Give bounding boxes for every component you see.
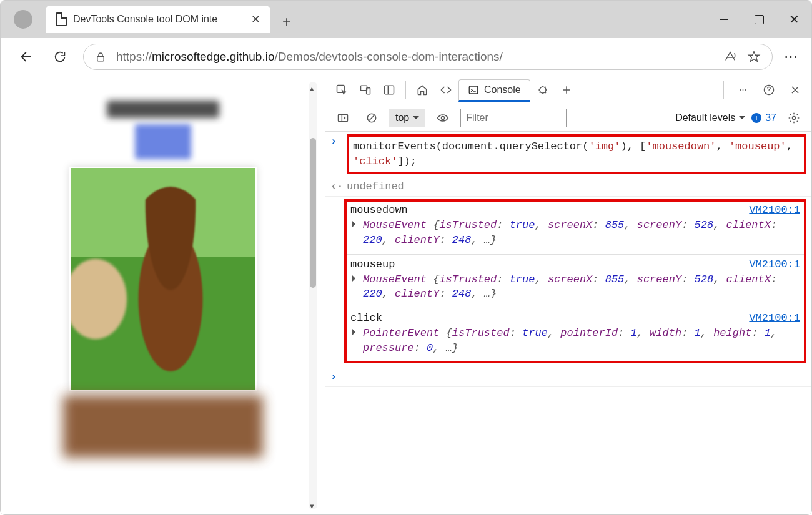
clear-console-icon[interactable] — [360, 107, 383, 129]
console-command-row: › monitorEvents(document.querySelector('… — [325, 132, 811, 177]
console-prompt-input[interactable] — [347, 370, 806, 385]
page-image-below-blurred — [63, 395, 263, 458]
event-object[interactable]: MouseEvent {isTrusted: true, screenX: 85… — [350, 272, 800, 302]
rendered-page[interactable]: ▴ ▾ — [1, 76, 325, 515]
console-command: monitorEvents(document.querySelector('im… — [347, 134, 806, 174]
welcome-tab-icon[interactable] — [411, 79, 433, 101]
return-chevron-icon: ‹· — [330, 179, 342, 194]
event-name: mousedown — [350, 204, 408, 216]
issues-count[interactable]: i37 — [751, 112, 776, 124]
live-expression-icon[interactable] — [432, 107, 454, 129]
new-tab-button[interactable]: + — [270, 6, 303, 38]
svg-rect-8 — [339, 114, 348, 122]
event-source-link[interactable]: VM2100:1 — [749, 203, 800, 218]
url-text: https://microsoftedge.github.io/Demos/de… — [116, 50, 713, 64]
titlebar: DevTools Console tool DOM inte ✕ + ✕ — [1, 1, 811, 38]
devtools-panel: Console ⋯ top Default levels i37 — [325, 76, 811, 515]
event-name: click — [350, 312, 382, 324]
console-event-entry: mouseupVM2100:1MouseEvent {isTrusted: tr… — [347, 256, 804, 307]
dock-side-icon[interactable] — [378, 79, 400, 101]
issues-tab-icon[interactable] — [532, 79, 554, 101]
expand-triangle-icon[interactable] — [352, 328, 359, 336]
avatar-icon — [14, 10, 32, 29]
console-toolbar: top Default levels i37 — [325, 104, 811, 132]
console-output[interactable]: › monitorEvents(document.querySelector('… — [325, 132, 811, 515]
window-controls: ✕ — [706, 1, 811, 38]
svg-rect-1 — [337, 85, 345, 92]
console-sidebar-toggle-icon[interactable] — [332, 107, 354, 129]
content-split: ▴ ▾ Console ⋯ — [1, 76, 811, 515]
console-event-entry: clickVM2100:1PointerEvent {isTrusted: tr… — [347, 310, 804, 360]
page-icon — [56, 12, 67, 26]
event-name: mouseup — [350, 258, 395, 270]
devtools-close-icon[interactable] — [784, 79, 806, 101]
svg-point-11 — [793, 116, 796, 119]
svg-point-6 — [540, 87, 546, 93]
prompt-chevron-icon: › — [330, 370, 342, 385]
log-levels-selector[interactable]: Default levels — [675, 112, 745, 124]
svg-rect-5 — [469, 86, 478, 94]
svg-rect-4 — [385, 86, 394, 94]
inspect-element-icon[interactable] — [330, 79, 353, 101]
devtools-tabstrip: Console ⋯ — [325, 76, 811, 104]
console-return-value: undefined — [347, 179, 806, 194]
close-window-button[interactable]: ✕ — [776, 1, 811, 38]
console-events-group: mousedownVM2100:1MouseEvent {isTrusted: … — [344, 199, 806, 363]
console-event-entry: mousedownVM2100:1MouseEvent {isTrusted: … — [347, 202, 804, 252]
elements-tab-icon[interactable] — [435, 79, 457, 101]
scrollbar-thumb[interactable] — [310, 138, 316, 288]
page-links-blurred — [135, 124, 191, 159]
back-button[interactable] — [13, 45, 37, 69]
console-filter-input[interactable] — [460, 109, 567, 127]
expand-triangle-icon[interactable] — [352, 275, 359, 282]
devtools-more-icon[interactable]: ⋯ — [731, 79, 754, 101]
svg-rect-0 — [97, 56, 104, 61]
favorite-icon[interactable] — [747, 50, 761, 64]
page-image[interactable] — [69, 167, 257, 391]
refresh-button[interactable] — [48, 45, 72, 69]
toolbar: https://microsoftedge.github.io/Demos/de… — [1, 38, 811, 76]
maximize-button[interactable] — [741, 1, 776, 38]
device-emulation-icon[interactable] — [354, 79, 377, 101]
event-object[interactable]: MouseEvent {isTrusted: true, screenX: 85… — [350, 218, 800, 248]
console-return-row: ‹· undefined — [325, 177, 811, 197]
read-aloud-icon[interactable] — [723, 50, 737, 64]
console-tab-label: Console — [484, 84, 521, 96]
browser-tab[interactable]: DevTools Console tool DOM inte ✕ — [46, 6, 270, 33]
event-object[interactable]: PointerEvent {isTrusted: true, pointerId… — [350, 326, 800, 356]
more-tabs-icon[interactable] — [555, 79, 578, 101]
console-tab[interactable]: Console — [458, 79, 530, 102]
profile-button[interactable] — [1, 1, 46, 38]
page-scrollbar[interactable]: ▴ ▾ — [309, 82, 317, 509]
address-bar[interactable]: https://microsoftedge.github.io/Demos/de… — [83, 44, 773, 70]
execution-context-selector[interactable]: top — [389, 109, 425, 127]
minimize-button[interactable] — [706, 1, 741, 38]
tab-title: DevTools Console tool DOM inte — [73, 14, 245, 25]
tab-close-icon[interactable]: ✕ — [251, 12, 260, 26]
console-settings-icon[interactable] — [783, 107, 805, 129]
event-source-link[interactable]: VM2100:1 — [749, 257, 800, 272]
event-source-link[interactable]: VM2100:1 — [749, 311, 800, 326]
expand-triangle-icon[interactable] — [352, 220, 359, 228]
page-heading-blurred — [107, 101, 219, 118]
svg-point-10 — [442, 116, 445, 119]
lock-icon — [95, 51, 106, 63]
devtools-help-icon[interactable] — [758, 79, 780, 101]
console-prompt-row[interactable]: › — [325, 367, 811, 388]
browser-menu-button[interactable]: ⋯ — [784, 49, 799, 65]
input-chevron-icon: › — [330, 134, 342, 174]
